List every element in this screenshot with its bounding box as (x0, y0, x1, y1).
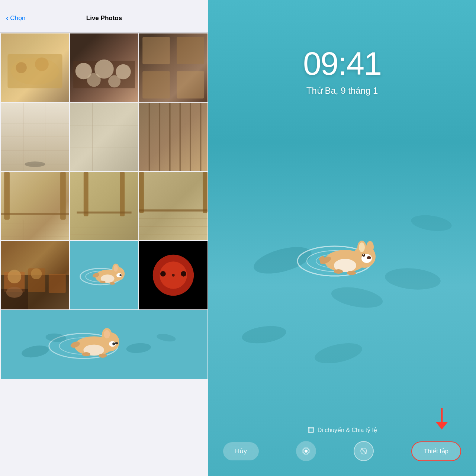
svg-rect-118 (308, 427, 313, 432)
svg-point-89 (21, 344, 50, 359)
svg-point-66 (119, 274, 122, 276)
photo-cell-10[interactable] (1, 241, 69, 309)
svg-point-74 (181, 271, 186, 277)
svg-point-2 (16, 62, 26, 73)
red-arrow-icon (434, 408, 449, 433)
svg-point-110 (363, 254, 364, 255)
svg-point-106 (366, 241, 374, 253)
svg-point-58 (6, 287, 23, 298)
svg-point-123 (305, 450, 308, 453)
svg-point-108 (367, 256, 371, 259)
live-photo-icon (302, 447, 311, 456)
move-scale-text: Di chuyển & Chia tỷ lệ (318, 427, 377, 434)
photo-cell-5[interactable] (70, 103, 138, 171)
lock-time: 09:41 (303, 45, 381, 83)
svg-point-81 (104, 330, 110, 338)
svg-point-20 (25, 161, 45, 167)
svg-point-115 (347, 271, 356, 275)
photo-cell-6[interactable] (139, 103, 208, 171)
svg-point-91 (126, 342, 151, 354)
svg-point-8 (87, 73, 101, 87)
svg-rect-54 (49, 274, 66, 293)
left-panel: ‹ Chọn Live Photos (0, 0, 208, 476)
svg-point-56 (31, 268, 42, 279)
move-scale-label: Di chuyển & Chia tỷ lệ (307, 426, 377, 434)
corgi-preview-area (208, 96, 476, 419)
photo-cell-7[interactable] (1, 172, 69, 240)
svg-rect-11 (177, 37, 204, 64)
svg-rect-33 (1, 213, 69, 215)
photo-cell-1[interactable] (1, 33, 69, 102)
page-title: Live Photos (86, 15, 122, 22)
svg-point-92 (156, 332, 176, 342)
svg-point-114 (334, 269, 343, 274)
action-buttons: Hủy Thiết lập (223, 441, 461, 461)
svg-rect-41 (77, 212, 131, 214)
photo-cell-11[interactable] (70, 241, 138, 309)
svg-point-64 (114, 265, 118, 271)
svg-line-127 (361, 448, 366, 454)
svg-point-55 (7, 270, 21, 283)
svg-point-3 (35, 57, 49, 71)
back-button[interactable]: ‹ Chọn (6, 14, 26, 22)
lock-date: Thứ Ba, 9 tháng 1 (306, 86, 378, 96)
svg-point-69 (100, 281, 106, 283)
photo-cell-12[interactable] (139, 241, 208, 309)
svg-rect-32 (60, 172, 66, 220)
live-photo-button[interactable] (296, 441, 316, 461)
photo-cell-3[interactable] (139, 33, 208, 102)
back-chevron-icon: ‹ (6, 14, 9, 22)
svg-point-83 (112, 342, 115, 345)
back-label: Chọn (10, 14, 25, 22)
no-live-button[interactable] (354, 441, 374, 461)
svg-point-9 (108, 75, 120, 87)
nav-bar: ‹ Chọn Live Photos (0, 0, 208, 33)
set-wallpaper-button[interactable]: Thiết lập (411, 441, 461, 461)
svg-point-75 (172, 274, 174, 276)
svg-point-87 (82, 352, 90, 356)
photo-grid (0, 33, 208, 476)
svg-rect-47 (139, 209, 208, 212)
svg-point-70 (110, 282, 115, 284)
svg-point-73 (160, 271, 166, 277)
svg-rect-45 (139, 172, 144, 213)
svg-rect-12 (142, 71, 170, 99)
photo-cell-9[interactable] (139, 172, 208, 240)
cancel-button[interactable]: Hủy (223, 442, 259, 460)
svg-point-88 (99, 354, 107, 358)
photo-cell-4[interactable] (1, 103, 69, 171)
svg-rect-13 (177, 71, 204, 99)
svg-rect-46 (203, 172, 208, 213)
svg-rect-40 (120, 172, 125, 216)
photo-cell-13[interactable] (1, 310, 208, 379)
right-panel: 09:41 Thứ Ba, 9 tháng 1 (208, 0, 476, 476)
svg-point-105 (359, 242, 365, 252)
svg-rect-31 (4, 172, 10, 220)
no-live-icon (359, 447, 368, 456)
photo-cell-2[interactable] (70, 33, 138, 102)
corgi-illustration (290, 224, 394, 291)
crop-icon (307, 426, 315, 434)
svg-rect-39 (84, 172, 89, 216)
svg-rect-10 (142, 37, 170, 64)
svg-marker-117 (436, 422, 448, 430)
photo-cell-8[interactable] (70, 172, 138, 240)
svg-point-84 (115, 342, 118, 344)
